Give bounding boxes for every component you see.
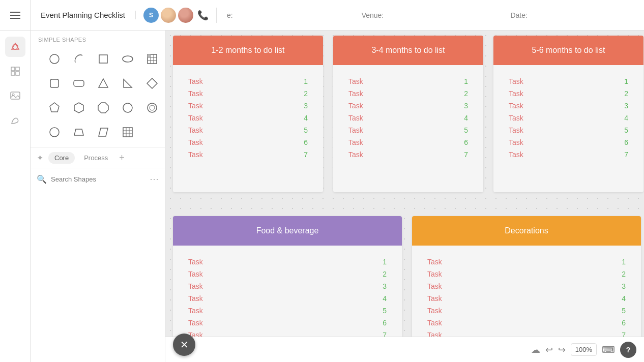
card-5-6-months-header: 5-6 months to do list — [493, 36, 643, 65]
shape-diamond[interactable] — [141, 72, 163, 95]
card-5-6-months[interactable]: 5-6 months to do list Task1 Task2 Task3 … — [493, 36, 643, 192]
tab-process[interactable]: Process — [78, 152, 114, 164]
svg-marker-29 — [99, 128, 108, 136]
task-item: Task4 — [188, 112, 308, 124]
venue-label: Venue: — [362, 11, 384, 19]
cloud-icon[interactable]: ☁ — [531, 344, 540, 355]
shape-circle[interactable] — [43, 48, 66, 70]
svg-rect-17 — [74, 80, 84, 86]
shape-grid[interactable] — [116, 121, 139, 143]
task-item: Task4 — [427, 292, 626, 305]
svg-marker-22 — [74, 103, 83, 113]
task-item: Task5 — [348, 124, 468, 136]
svg-point-9 — [123, 56, 133, 62]
task-item: Task4 — [509, 112, 628, 124]
shape-arc[interactable] — [68, 48, 90, 70]
event-field[interactable]: e: — [217, 11, 245, 19]
task-item: Task6 — [348, 136, 468, 148]
sidebar-draw-button[interactable] — [5, 110, 25, 130]
svg-point-7 — [50, 54, 59, 64]
zoom-level[interactable]: 100% — [571, 343, 597, 356]
tab-core[interactable]: Core — [48, 152, 75, 164]
svg-rect-3 — [11, 72, 15, 75]
shape-trapezoid[interactable] — [68, 121, 90, 143]
task-item: Task4 — [188, 292, 387, 305]
shape-pentagon[interactable] — [43, 97, 66, 119]
fab-button[interactable]: ✕ — [173, 334, 195, 356]
task-item: Task7 — [348, 148, 468, 161]
task-item: Task5 — [427, 305, 626, 317]
search-icon: 🔍 — [37, 174, 47, 184]
shape-circle2[interactable] — [116, 97, 139, 119]
svg-rect-5 — [11, 92, 20, 99]
shape-ellipse[interactable] — [116, 48, 139, 70]
svg-point-26 — [150, 105, 155, 110]
redo-button[interactable]: ↪ — [558, 344, 566, 355]
avatar-a[interactable] — [178, 8, 193, 23]
svg-marker-19 — [124, 79, 132, 87]
shape-right-triangle[interactable] — [116, 72, 139, 95]
task-item: Task2 — [509, 87, 628, 100]
task-item: Task2 — [188, 87, 308, 100]
task-item: Task1 — [427, 256, 626, 268]
sidebar-shapes-button[interactable] — [5, 37, 25, 57]
shape-hexagon[interactable] — [68, 97, 90, 119]
card-food-beverage-header: Food & beverage — [173, 216, 402, 246]
shape-table[interactable] — [141, 48, 163, 70]
card-3-4-months[interactable]: 3-4 months to do list Task1 Task2 Task3 … — [333, 36, 483, 192]
sidebar-grid-button[interactable] — [5, 61, 25, 81]
svg-rect-30 — [123, 128, 132, 137]
svg-rect-15 — [148, 54, 151, 57]
shape-octagon[interactable] — [92, 97, 114, 119]
date-label: Date: — [510, 11, 527, 19]
header: Event Planning Checklist S 📞 e: Venue: D… — [0, 0, 644, 31]
shape-rounded-square[interactable] — [43, 72, 66, 95]
task-item: Task6 — [188, 317, 387, 329]
sidebar-image-button[interactable] — [5, 85, 25, 106]
task-item: Task5 — [509, 124, 628, 136]
task-item: Task7 — [509, 148, 628, 161]
shape-triangle[interactable] — [92, 72, 114, 95]
search-more-button[interactable]: ⋯ — [150, 173, 159, 185]
task-item: Task5 — [188, 124, 308, 136]
add-tab-button[interactable]: + — [119, 153, 125, 163]
shape-parallelogram[interactable] — [92, 121, 114, 143]
svg-marker-20 — [147, 78, 157, 88]
svg-marker-21 — [50, 103, 59, 112]
task-item: Task4 — [348, 112, 468, 124]
event-label: e: — [227, 11, 233, 19]
keyboard-icon[interactable]: ⌨ — [602, 344, 615, 355]
venue-field[interactable]: Venue: — [352, 11, 394, 19]
menu-button[interactable] — [0, 0, 31, 31]
document-title[interactable]: Event Planning Checklist — [31, 11, 136, 19]
hamburger-icon — [10, 12, 20, 19]
card-1-2-months[interactable]: 1-2 months to do list Task1 Task2 Task3 … — [173, 36, 323, 192]
task-item: Task7 — [188, 148, 308, 161]
task-item: Task1 — [188, 75, 308, 87]
bottom-toolbar: ☁ ↩ ↪ 100% ⌨ ? — [165, 337, 644, 362]
shape-rounded-rect[interactable] — [68, 72, 90, 95]
svg-point-27 — [50, 128, 59, 137]
shape-square[interactable] — [92, 48, 114, 70]
shapes-grid — [38, 48, 157, 143]
left-sidebar — [0, 31, 31, 362]
svg-rect-4 — [16, 72, 19, 75]
date-field[interactable]: Date: — [500, 11, 537, 19]
shape-circle4[interactable] — [43, 121, 66, 143]
undo-button[interactable]: ↩ — [545, 344, 553, 355]
shape-circle3[interactable] — [141, 97, 163, 119]
task-item: Task2 — [188, 268, 387, 280]
task-item: Task3 — [348, 100, 468, 112]
card-3-4-months-body: Task1 Task2 Task3 Task4 Task5 Task6 Task… — [333, 65, 483, 192]
help-button[interactable]: ? — [620, 342, 636, 358]
svg-point-24 — [123, 103, 132, 112]
main-canvas[interactable]: 1-2 months to do list Task1 Task2 Task3 … — [165, 31, 644, 362]
shapes-header: SIMPLE SHAPES — [31, 31, 165, 147]
svg-rect-8 — [99, 55, 107, 63]
avatar-p[interactable] — [161, 8, 176, 23]
shapes-panel: SIMPLE SHAPES — [31, 31, 165, 362]
card-1-2-months-header: 1-2 months to do list — [173, 36, 323, 65]
avatar-s[interactable]: S — [143, 8, 159, 23]
search-shapes-input[interactable] — [51, 175, 145, 183]
task-item: Task6 — [509, 136, 628, 148]
